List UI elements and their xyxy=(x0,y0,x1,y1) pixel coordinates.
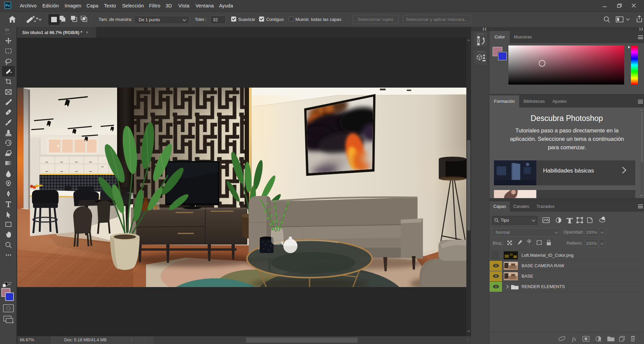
svg-text:Ps: Ps xyxy=(5,3,10,7)
svg-text:fx: fx xyxy=(572,336,576,342)
